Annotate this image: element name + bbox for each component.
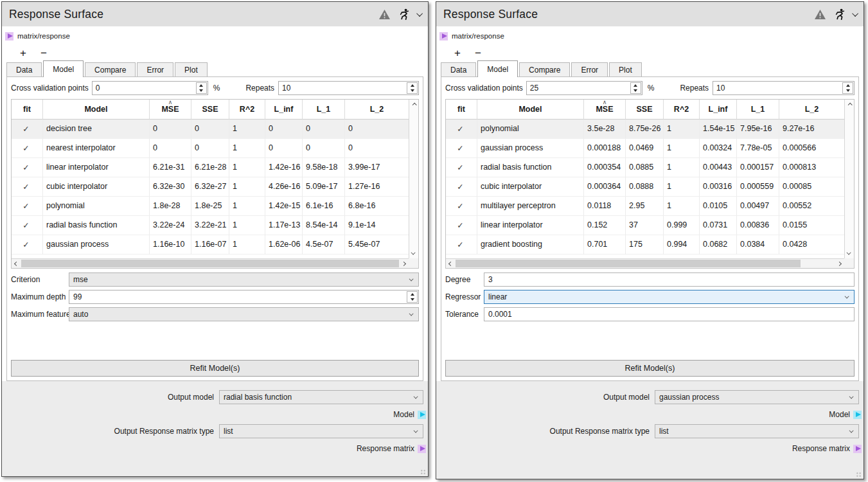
scroll-left-button[interactable] <box>446 259 456 268</box>
col-model[interactable]: Model <box>43 100 150 120</box>
tab-model[interactable]: Model <box>477 60 518 77</box>
tab-plot[interactable]: Plot <box>609 62 642 76</box>
matrix-response-port-icon[interactable] <box>439 32 448 40</box>
scroll-up-button[interactable] <box>845 100 854 109</box>
response-matrix-port-icon[interactable] <box>853 445 862 453</box>
col-fit[interactable]: fit <box>446 100 477 120</box>
table-row[interactable]: ✓ multilayer perceptron 0.0118 2.95 1 0.… <box>446 197 844 216</box>
matrix-type-select[interactable]: list <box>219 424 423 438</box>
tolerance-input[interactable]: 0.0001 <box>484 307 855 321</box>
col-r2[interactable]: R^2 <box>664 100 700 120</box>
spin-buttons[interactable] <box>407 82 418 94</box>
tab-compare[interactable]: Compare <box>519 62 570 76</box>
fit-checkbox[interactable]: ✓ <box>12 197 43 216</box>
spin-buttons[interactable] <box>630 82 641 94</box>
horizontal-scrollbar[interactable] <box>446 258 844 268</box>
fit-checkbox[interactable]: ✓ <box>12 216 43 235</box>
resize-grip[interactable] <box>420 469 426 475</box>
resize-grip[interactable] <box>856 472 862 478</box>
col-mse[interactable]: ∧MSE <box>150 100 191 120</box>
col-l2[interactable]: L_2 <box>779 100 844 120</box>
fit-checkbox[interactable]: ✓ <box>446 216 477 235</box>
fit-checkbox[interactable]: ✓ <box>12 120 43 139</box>
col-r2[interactable]: R^2 <box>229 100 265 120</box>
col-l1[interactable]: L_1 <box>737 100 779 120</box>
fit-checkbox[interactable]: ✓ <box>12 235 43 254</box>
scroll-down-button[interactable] <box>845 249 854 258</box>
scroll-right-button[interactable] <box>835 259 844 268</box>
table-row[interactable]: ✓ nearest interpolator 0 0 1 0 0 0 <box>12 139 409 158</box>
tab-model[interactable]: Model <box>43 60 84 77</box>
col-linf[interactable]: L_inf <box>700 100 737 120</box>
matrix-type-select[interactable]: list <box>655 424 859 438</box>
spin-buttons[interactable] <box>842 82 853 94</box>
spin-buttons[interactable] <box>407 291 418 303</box>
maximum-features-select[interactable]: auto <box>69 307 419 321</box>
fit-checkbox[interactable]: ✓ <box>12 158 43 177</box>
scroll-down-button[interactable] <box>409 249 418 258</box>
table-row[interactable]: ✓ polynomial 1.8e-28 1.8e-25 1 1.42e-15 … <box>12 197 409 216</box>
fit-checkbox[interactable]: ✓ <box>12 177 43 197</box>
fit-checkbox[interactable]: ✓ <box>446 197 477 216</box>
run-icon[interactable] <box>400 8 409 20</box>
table-row[interactable]: ✓ polynomial 3.5e-28 8.75e-26 1 1.54e-15… <box>446 120 844 139</box>
matrix-response-port-icon[interactable] <box>5 32 13 40</box>
table-row[interactable]: ✓ decision tree 0 0 1 0 0 0 <box>12 120 409 139</box>
tab-error[interactable]: Error <box>137 62 173 76</box>
output-model-select[interactable]: radial basis function <box>219 390 423 404</box>
tab-data[interactable]: Data <box>6 62 42 76</box>
scroll-up-button[interactable] <box>409 100 418 109</box>
scrollbar-thumb[interactable] <box>21 260 399 267</box>
degree-input[interactable]: 3 <box>484 272 855 287</box>
fit-checkbox[interactable]: ✓ <box>446 158 477 177</box>
refit-models-button[interactable]: Refit Model(s) <box>11 360 419 377</box>
table-row[interactable]: ✓ radial basis function 3.22e-24 3.22e-2… <box>12 216 409 235</box>
col-mse[interactable]: ∧MSE <box>584 100 626 120</box>
fit-checkbox[interactable]: ✓ <box>12 139 43 158</box>
table-row[interactable]: ✓ gaussian process 1.16e-10 1.16e-07 1 1… <box>12 235 409 254</box>
vertical-scrollbar[interactable] <box>409 100 418 258</box>
table-row[interactable]: ✓ gradient boosting 0.701 175 0.994 0.06… <box>446 235 844 254</box>
cross-validation-input[interactable]: 0 <box>92 81 208 95</box>
table-row[interactable]: ✓ gaussian process 0.000188 0.0469 1 0.0… <box>446 139 844 158</box>
table-row[interactable]: ✓ cubic interpolator 6.32e-30 6.32e-27 1… <box>12 177 409 197</box>
remove-button[interactable]: − <box>40 48 47 58</box>
fit-checkbox[interactable]: ✓ <box>446 139 477 158</box>
model-output-port-icon[interactable] <box>853 411 862 419</box>
tab-data[interactable]: Data <box>441 62 476 76</box>
title-bar[interactable]: Response Surface <box>436 2 864 26</box>
table-row[interactable]: ✓ linear interpolator 6.21e-31 6.21e-28 … <box>12 158 409 177</box>
collapse-chevron-icon[interactable] <box>854 12 858 17</box>
repeats-input[interactable]: 10 <box>713 81 855 95</box>
col-sse[interactable]: SSE <box>191 100 229 120</box>
table-row[interactable]: ✓ radial basis function 0.000354 0.0885 … <box>446 158 844 177</box>
vertical-scrollbar[interactable] <box>844 100 854 258</box>
add-button[interactable]: + <box>454 48 461 58</box>
refit-models-button[interactable]: Refit Model(s) <box>445 360 855 377</box>
scroll-right-button[interactable] <box>399 259 409 268</box>
fit-checkbox[interactable]: ✓ <box>446 120 477 139</box>
model-output-port-icon[interactable] <box>418 411 426 419</box>
tab-plot[interactable]: Plot <box>175 62 208 76</box>
run-icon[interactable] <box>835 8 845 20</box>
scroll-left-button[interactable] <box>12 259 21 268</box>
add-button[interactable]: + <box>20 48 26 58</box>
cross-validation-input[interactable]: 25 <box>526 81 642 95</box>
fit-checkbox[interactable]: ✓ <box>446 235 477 254</box>
tab-compare[interactable]: Compare <box>85 62 136 76</box>
scrollbar-thumb[interactable] <box>456 260 801 267</box>
table-row[interactable]: ✓ linear interpolator 0.152 37 0.999 0.0… <box>446 216 844 235</box>
col-fit[interactable]: fit <box>12 100 43 120</box>
col-linf[interactable]: L_inf <box>265 100 303 120</box>
col-model[interactable]: Model <box>477 100 584 120</box>
spin-buttons[interactable] <box>196 82 207 94</box>
horizontal-scrollbar[interactable] <box>12 258 409 268</box>
maximum-depth-input[interactable]: 99 <box>69 290 419 304</box>
col-l2[interactable]: L_2 <box>345 100 409 120</box>
criterion-select[interactable]: mse <box>69 272 419 287</box>
response-matrix-port-icon[interactable] <box>418 445 426 453</box>
table-row[interactable]: ✓ cubic interpolator 0.000364 0.0888 1 0… <box>446 177 844 197</box>
col-sse[interactable]: SSE <box>626 100 664 120</box>
collapse-chevron-icon[interactable] <box>418 12 423 17</box>
col-l1[interactable]: L_1 <box>303 100 345 120</box>
